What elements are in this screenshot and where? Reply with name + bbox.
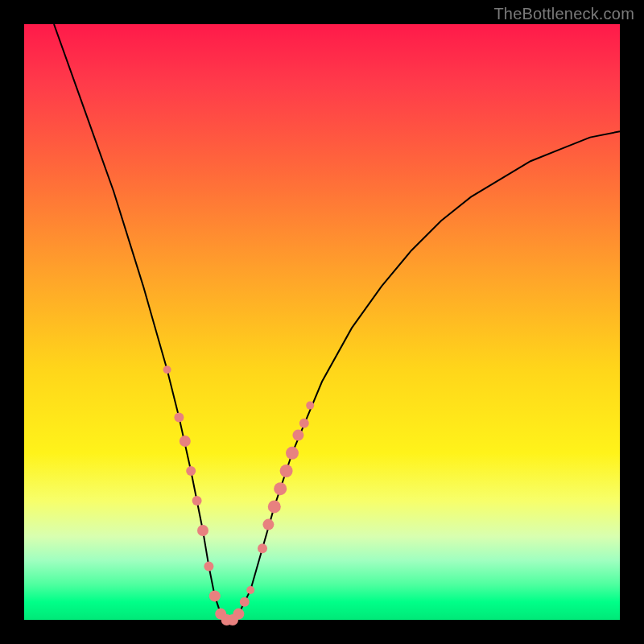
plot-area <box>24 24 620 620</box>
data-marker <box>262 519 274 530</box>
watermark-text: TheBottleneck.com <box>493 5 634 23</box>
data-marker <box>299 419 309 428</box>
data-marker <box>163 365 171 374</box>
data-marker <box>280 464 293 477</box>
data-marker <box>204 561 213 571</box>
data-marker <box>233 609 244 620</box>
data-marker <box>174 412 184 422</box>
data-marker <box>186 466 196 476</box>
data-marker <box>292 430 303 441</box>
chart-svg <box>24 24 620 620</box>
data-marker <box>268 500 281 513</box>
data-marker <box>258 543 267 553</box>
data-marker <box>246 586 254 594</box>
bottleneck-curve <box>54 24 620 620</box>
data-marker <box>306 402 314 410</box>
data-marker <box>240 597 250 607</box>
marker-group <box>163 365 315 625</box>
data-marker <box>192 496 202 506</box>
data-marker <box>197 525 208 536</box>
data-marker <box>286 447 299 460</box>
chart-container: TheBottleneck.com <box>0 0 644 644</box>
data-marker <box>180 436 191 447</box>
data-marker <box>209 590 221 601</box>
data-marker <box>274 482 287 495</box>
